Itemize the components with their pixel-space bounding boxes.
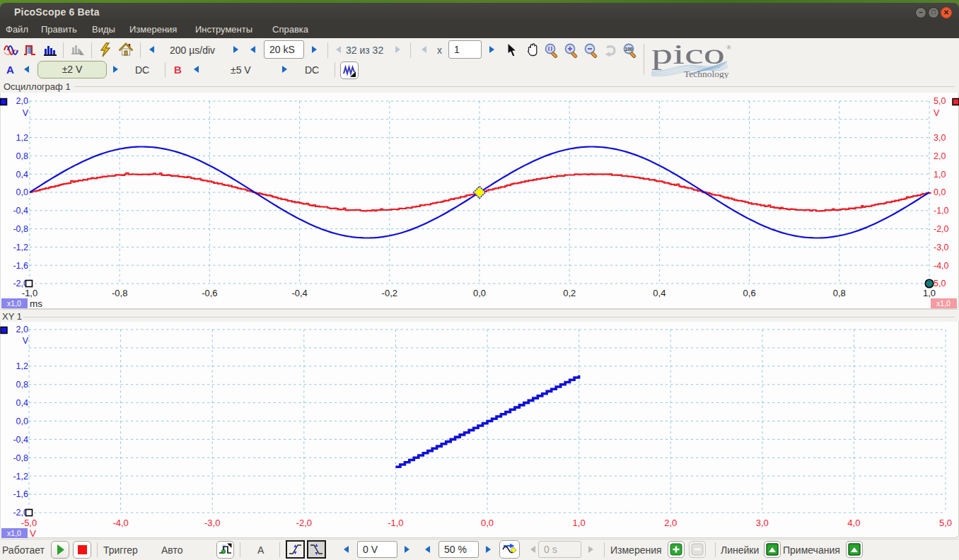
svg-text:3,0: 3,0 bbox=[756, 518, 769, 528]
svg-text:2,0: 2,0 bbox=[664, 518, 677, 528]
svg-text:-5,0: -5,0 bbox=[21, 518, 37, 528]
svg-text:-4,0: -4,0 bbox=[934, 261, 949, 271]
svg-text:2,0: 2,0 bbox=[16, 96, 28, 106]
svg-text:5,0: 5,0 bbox=[934, 96, 946, 106]
svg-text:-1,0: -1,0 bbox=[22, 288, 37, 298]
svg-text:0,2: 0,2 bbox=[563, 288, 576, 298]
svg-text:-1,0: -1,0 bbox=[934, 206, 949, 216]
svg-text:0,4: 0,4 bbox=[16, 398, 28, 408]
svg-text:-1,6: -1,6 bbox=[13, 261, 28, 271]
svg-text:V: V bbox=[23, 108, 29, 118]
svg-text:-0,4: -0,4 bbox=[291, 288, 307, 298]
svg-text:-3,0: -3,0 bbox=[204, 518, 220, 528]
svg-text:-2,0: -2,0 bbox=[296, 518, 312, 528]
svg-text:2,0: 2,0 bbox=[16, 325, 28, 334]
svg-text:V: V bbox=[934, 108, 940, 118]
svg-text:0,8: 0,8 bbox=[16, 380, 28, 390]
svg-text:0,0: 0,0 bbox=[16, 416, 28, 426]
svg-text:-1,6: -1,6 bbox=[13, 489, 28, 499]
svg-text:0,0: 0,0 bbox=[473, 288, 486, 298]
svg-text:-0,8: -0,8 bbox=[13, 453, 28, 463]
svg-text:V: V bbox=[30, 528, 36, 538]
svg-text:-2,0: -2,0 bbox=[934, 224, 949, 234]
svg-text:0,0: 0,0 bbox=[16, 187, 28, 197]
svg-text:-0,8: -0,8 bbox=[112, 288, 127, 298]
svg-text:0,4: 0,4 bbox=[653, 288, 666, 298]
svg-text:3,0: 3,0 bbox=[934, 133, 946, 143]
svg-text:Technology: Technology bbox=[684, 69, 729, 78]
svg-text:-3,0: -3,0 bbox=[934, 243, 949, 252]
svg-text:x1,0: x1,0 bbox=[7, 299, 21, 308]
svg-text:-0,8: -0,8 bbox=[13, 224, 28, 234]
svg-text:-0,2: -0,2 bbox=[382, 288, 397, 298]
svg-text:-4,0: -4,0 bbox=[112, 518, 128, 528]
svg-text:1,2: 1,2 bbox=[16, 361, 28, 371]
svg-text:pico: pico bbox=[651, 42, 725, 70]
svg-text:-1,0: -1,0 bbox=[388, 518, 403, 528]
svg-text:4,0: 4,0 bbox=[847, 518, 860, 528]
svg-text:0,4: 0,4 bbox=[16, 170, 28, 180]
svg-text:-0,6: -0,6 bbox=[202, 288, 217, 298]
svg-text:ms: ms bbox=[30, 298, 42, 309]
svg-text:5,0: 5,0 bbox=[939, 518, 952, 528]
svg-text:1,0: 1,0 bbox=[573, 518, 586, 528]
svg-text:0,8: 0,8 bbox=[833, 288, 846, 298]
svg-text:-1,2: -1,2 bbox=[13, 472, 28, 482]
svg-text:®: ® bbox=[726, 44, 731, 51]
svg-text:-0,4: -0,4 bbox=[13, 435, 28, 445]
svg-text:0,8: 0,8 bbox=[16, 151, 28, 161]
svg-text:0,0: 0,0 bbox=[481, 518, 494, 528]
svg-text:0,6: 0,6 bbox=[743, 288, 756, 298]
svg-text:2,0: 2,0 bbox=[934, 151, 946, 161]
svg-text:0,0: 0,0 bbox=[934, 187, 946, 197]
svg-text:x1,0: x1,0 bbox=[936, 299, 951, 308]
svg-text:1,0: 1,0 bbox=[934, 170, 946, 180]
svg-text:-1,2: -1,2 bbox=[13, 243, 28, 252]
svg-text:x1,0: x1,0 bbox=[7, 529, 21, 537]
svg-text:V: V bbox=[23, 336, 29, 346]
svg-text:1,0: 1,0 bbox=[923, 288, 936, 298]
svg-text:100: 100 bbox=[625, 47, 633, 52]
svg-text:-0,4: -0,4 bbox=[13, 206, 28, 216]
svg-text:1,2: 1,2 bbox=[16, 133, 28, 143]
